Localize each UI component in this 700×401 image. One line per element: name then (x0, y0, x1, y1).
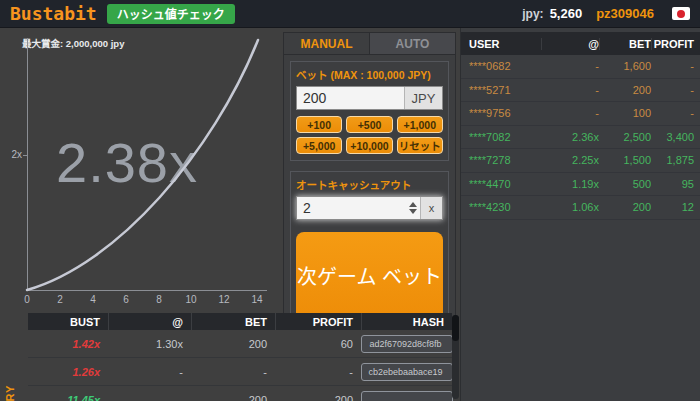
auto-cashout-input[interactable] (297, 197, 405, 219)
player-cashout-multiplier: 1.19x (541, 178, 599, 190)
bet-reset-button[interactable]: リセット (397, 137, 443, 154)
history-table-body: 1.42x 1.30x 200 60 ad2f67092d8cf8fb 1.26… (28, 330, 452, 401)
auto-cashout-stepper[interactable] (405, 197, 420, 219)
history-hash-button[interactable]: ad2f67092d8cf8fb (361, 335, 453, 353)
player-bet: 200 (599, 201, 651, 213)
bet-amount-input[interactable] (297, 87, 404, 109)
bet-amount-input-group: JPY (296, 86, 443, 110)
player-cashout-multiplier: 2.36x (541, 131, 599, 143)
player-profit: - (651, 107, 694, 119)
history-scrollbar[interactable] (452, 315, 459, 399)
bet-amount-section: ベット (MAX : 100,000 JPY) JPY +100 +500 +1… (290, 61, 449, 161)
tab-auto[interactable]: AUTO (369, 33, 455, 54)
player-bet: 200 (599, 84, 651, 96)
history-profit: - (275, 366, 361, 378)
players-header-profit: PROFIT (651, 38, 694, 50)
quick-bet-1000[interactable]: +1,000 (397, 116, 443, 133)
currency-label: jpy: (522, 7, 543, 21)
japan-flag-icon[interactable] (672, 7, 690, 20)
player-bet: 1,500 (599, 154, 651, 166)
balance-value: 5,260 (550, 6, 583, 21)
player-row: ****4470 1.19x 500 95 (461, 173, 700, 197)
player-profit: 1,875 (651, 154, 694, 166)
player-cashout-multiplier: 1.06x (541, 201, 599, 213)
player-username: ****0682 (469, 60, 541, 72)
history-row: 1.26x - - - cb2ebebaabace19 (28, 358, 452, 386)
players-header-at: @ (541, 38, 599, 50)
history-panel: BUST @ BET PROFIT HASH 1.42x 1.30x 200 6… (28, 313, 452, 401)
auto-cashout-suffix: x (420, 197, 442, 219)
history-hash-button[interactable] (361, 391, 453, 401)
auto-cashout-input-group: x (296, 196, 443, 220)
tab-manual[interactable]: MANUAL (284, 33, 369, 54)
player-profit: 12 (651, 201, 694, 213)
history-bust: 11.45x (28, 394, 108, 401)
player-profit: - (651, 84, 694, 96)
history-row: 1.42x 1.30x 200 60 ad2f67092d8cf8fb (28, 330, 452, 358)
multiplier-curve (8, 32, 278, 314)
history-cashout-multiplier: 1.30x (108, 338, 191, 350)
player-username: ****9756 (469, 107, 541, 119)
history-hash-button[interactable]: cb2ebebaabace19 (361, 363, 453, 381)
player-cashout-multiplier: - (541, 60, 599, 72)
player-row: ****5271 - 200 - (461, 79, 700, 103)
history-tab[interactable]: HISTORY (4, 340, 24, 401)
player-row: ****7278 2.25x 1,500 1,875 (461, 149, 700, 173)
hash-check-button[interactable]: ハッシュ値チェック (107, 4, 235, 24)
player-cashout-multiplier: - (541, 107, 599, 119)
history-header-bet: BET (191, 313, 275, 330)
history-header-bust: BUST (28, 313, 108, 330)
username-link[interactable]: pz309046 (596, 6, 654, 21)
player-row: ****0682 - 1,600 - (461, 55, 700, 79)
player-profit: 3,400 (651, 131, 694, 143)
history-row: 11.45x - 200 200 (28, 386, 452, 401)
bet-mode-tabs: MANUAL AUTO (284, 33, 455, 55)
history-header-profit: PROFIT (275, 313, 361, 330)
bet-amount-label: ベット (MAX : 100,000 JPY) (296, 67, 443, 82)
players-table-header: USER @ BET PROFIT (461, 32, 700, 55)
player-bet: 500 (599, 178, 651, 190)
auto-cashout-section: オートキャッシュアウト x 次ゲーム ベット (290, 171, 449, 329)
stepper-down-icon[interactable] (409, 209, 417, 214)
player-username: ****7278 (469, 154, 541, 166)
history-header-hash: HASH (361, 313, 452, 330)
top-bar: Bustabit ハッシュ値チェック jpy: 5,260 pz309046 (0, 0, 700, 28)
place-bet-button[interactable]: 次ゲーム ベット (296, 232, 443, 322)
topbar-account-area: jpy: 5,260 pz309046 (522, 6, 690, 21)
player-row: ****9756 - 100 - (461, 102, 700, 126)
players-header-user: USER (469, 38, 541, 50)
player-profit: - (651, 60, 694, 72)
history-profit: 200 (275, 394, 361, 401)
history-cashout-multiplier: - (108, 366, 191, 378)
quick-bet-10000[interactable]: +10,000 (346, 137, 392, 154)
auto-cashout-label: オートキャッシュアウト (296, 177, 443, 192)
game-chart: 最大賞金: 2,000,000 jpy 2x 0 2 4 6 8 10 12 1… (8, 32, 278, 314)
app-logo[interactable]: Bustabit (10, 3, 97, 24)
history-bet: - (191, 366, 275, 378)
stepper-up-icon[interactable] (409, 202, 417, 207)
player-row: ****7082 2.36x 2,500 3,400 (461, 126, 700, 150)
bustabit-app: Bustabit ハッシュ値チェック jpy: 5,260 pz309046 最… (0, 0, 700, 401)
history-bet: 200 (191, 338, 275, 350)
quick-bet-5000[interactable]: +5,000 (296, 137, 342, 154)
player-profit: 95 (651, 178, 694, 190)
player-username: ****7082 (469, 131, 541, 143)
history-profit: 60 (275, 338, 361, 350)
history-scrollbar-thumb[interactable] (452, 315, 459, 341)
player-bet: 1,600 (599, 60, 651, 72)
players-header-bet: BET (599, 38, 651, 50)
players-table-body: ****0682 - 1,600 - ****5271 - 200 - ****… (461, 55, 700, 220)
player-username: ****4470 (469, 178, 541, 190)
player-cashout-multiplier: 2.25x (541, 154, 599, 166)
history-header-at: @ (108, 313, 191, 330)
quick-bet-500[interactable]: +500 (346, 116, 392, 133)
bet-panel: MANUAL AUTO ベット (MAX : 100,000 JPY) JPY … (283, 32, 456, 322)
player-username: ****5271 (469, 84, 541, 96)
quick-bet-100[interactable]: +100 (296, 116, 342, 133)
player-cashout-multiplier: - (541, 84, 599, 96)
history-table-header: BUST @ BET PROFIT HASH (28, 313, 452, 330)
history-cashout-multiplier: - (108, 394, 191, 401)
player-bet: 100 (599, 107, 651, 119)
quick-bet-buttons: +100 +500 +1,000 +5,000 +10,000 リセット (296, 116, 443, 154)
player-bet: 2,500 (599, 131, 651, 143)
